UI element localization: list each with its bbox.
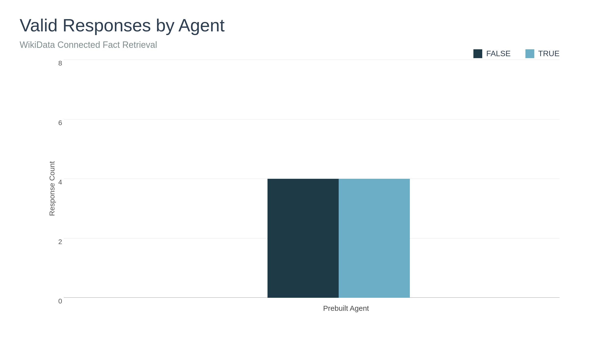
- legend-label: FALSE: [486, 49, 511, 58]
- y-tick-label: 2: [50, 238, 62, 246]
- legend-label: TRUE: [538, 49, 560, 58]
- x-tick-label: Prebuilt Agent: [323, 304, 369, 312]
- plot-area: 02468Prebuilt Agent: [64, 60, 560, 298]
- chart-area: Response Count 02468Prebuilt Agent: [49, 60, 560, 317]
- legend-item: FALSE: [473, 49, 511, 58]
- bar-false: [268, 179, 339, 298]
- bar-true: [339, 179, 410, 298]
- y-tick-label: 4: [50, 178, 62, 186]
- grid-line: [64, 119, 560, 119]
- legend: FALSE TRUE: [473, 49, 560, 58]
- y-tick-label: 8: [50, 59, 62, 67]
- chart-title: Valid Responses by Agent: [20, 15, 569, 36]
- grid-line: [64, 60, 560, 60]
- chart-subtitle: WikiData Connected Fact Retrieval: [20, 40, 569, 50]
- y-tick-label: 0: [50, 297, 62, 305]
- legend-item: TRUE: [525, 49, 560, 58]
- y-axis-label: Response Count: [48, 161, 56, 216]
- y-tick-label: 6: [50, 119, 62, 127]
- legend-swatch: [473, 49, 482, 58]
- chart-container: Valid Responses by Agent WikiData Connec…: [0, 0, 589, 364]
- legend-swatch: [525, 49, 534, 58]
